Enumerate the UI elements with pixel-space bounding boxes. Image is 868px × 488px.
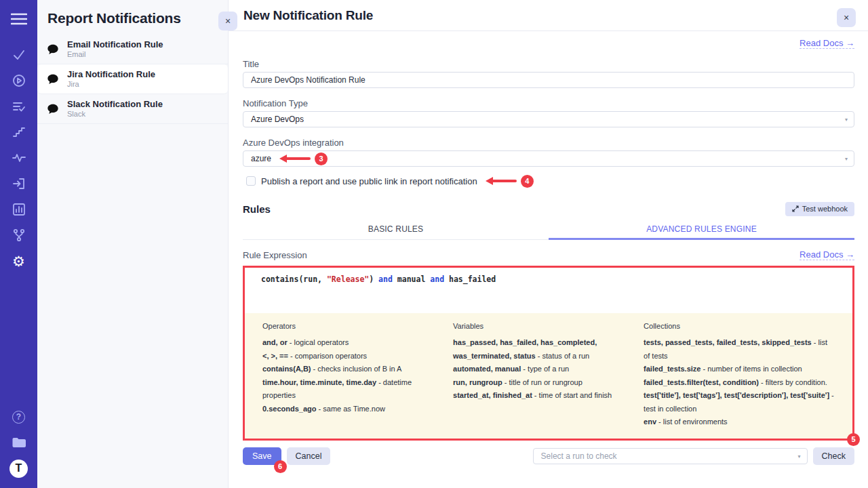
projects-folder-icon[interactable] (0, 430, 37, 455)
annotation-badge-6: 6 (274, 460, 287, 473)
help-row: <, >, == - comparison operators (262, 350, 446, 363)
rule-expression-code: contains(run, "Release") and manual and … (261, 274, 852, 284)
menu-icon[interactable] (0, 4, 37, 34)
chevron-down-icon: ▾ (798, 453, 801, 459)
rule-item-subtitle: Slack (67, 110, 163, 119)
notification-type-label: Notification Type (243, 98, 854, 108)
save-button[interactable]: Save 6 (243, 447, 281, 465)
annotation-badge-3: 3 (315, 152, 328, 165)
form-close-button[interactable]: × (837, 8, 856, 27)
help-row: tests, passed_tests, failed_tests, skipp… (644, 336, 835, 363)
help-column-collections: Collections tests, passed_tests, failed_… (644, 322, 835, 429)
help-row: automated, manual - type of a run (453, 363, 637, 376)
read-docs-link-top[interactable]: Read Docs → (800, 38, 854, 49)
main-area: New Notification Rule × Read Docs → Titl… (229, 0, 868, 488)
annotation-rect-5: contains(run, "Release") and manual and … (243, 266, 854, 441)
help-icon[interactable]: ? (0, 404, 37, 430)
rule-expression-label: Rule Expression (243, 250, 307, 260)
panel-title: Report Notifications (47, 10, 218, 26)
rule-item-subtitle: Jira (67, 80, 155, 89)
expression-help-panel: Operators and, or - logical operators <,… (245, 313, 852, 439)
help-row: and, or - logical operators (262, 336, 446, 350)
cancel-button[interactable]: Cancel (287, 447, 331, 465)
form-content: Read Docs → Title Notification Type Azur… (229, 31, 868, 465)
progress-steps-icon[interactable] (0, 119, 37, 145)
run-select[interactable]: Select a run to check ▾ (533, 448, 808, 464)
activity-pulse-icon[interactable] (0, 145, 37, 171)
notification-type-select[interactable]: Azure DevOps ▾ (243, 111, 854, 127)
app: ⚙ ? T Report Notifications × Email Notif… (0, 0, 868, 488)
main-header: New Notification Rule × (229, 0, 868, 31)
publish-checkbox[interactable] (246, 176, 256, 186)
help-column-operators: Operators and, or - logical operators <,… (262, 322, 446, 429)
rules-heading: Rules (243, 203, 271, 215)
rules-tabs: BASIC RULES ADVANCED RULES ENGINE (243, 220, 854, 240)
annotation-badge-4: 4 (521, 175, 534, 188)
check-button[interactable]: Check (813, 447, 854, 465)
tab-basic-rules[interactable]: BASIC RULES (243, 220, 549, 240)
help-row: env - list of environments (644, 415, 835, 429)
help-row: has_passed, has_failed, has_completed, w… (453, 336, 637, 363)
help-row: started_at, finished_at - time of start … (453, 389, 637, 403)
help-row: failed_tests.filter(test, condition) - f… (644, 376, 835, 390)
git-branch-icon[interactable] (0, 222, 37, 248)
rule-item-title: Email Notification Rule (67, 39, 163, 50)
help-row: contains(A,B) - checks inclusion of B in… (262, 363, 446, 376)
webhook-send-icon (792, 205, 799, 212)
rule-item-title: Jira Notification Rule (67, 69, 155, 80)
annotation-arrow-3: 3 (279, 152, 328, 165)
icon-sidebar: ⚙ ? T (0, 0, 37, 488)
rule-item-subtitle: Email (67, 50, 163, 59)
test-webhook-button[interactable]: Test webhook (785, 202, 854, 216)
rule-expression-editor[interactable]: contains(run, "Release") and manual and … (245, 268, 852, 313)
chat-bubble-icon (47, 43, 59, 56)
rule-item-title: Slack Notification Rule (67, 99, 163, 110)
help-row: run, rungroup - title of run or rungroup (453, 376, 637, 390)
help-row: 0.seconds_ago - same as Time.now (262, 403, 446, 416)
integration-label: Azure DevOps integration (243, 138, 854, 148)
integration-value: azure (251, 154, 271, 163)
settings-gear-icon[interactable]: ⚙ (0, 248, 37, 274)
integration-select[interactable]: azure 3 ▾ (243, 150, 854, 167)
import-runs-icon[interactable] (0, 171, 37, 197)
annotation-arrow-4: 4 (486, 175, 534, 188)
publish-checkbox-label: Publish a report and use public link in … (261, 176, 477, 186)
app-logo[interactable]: T (0, 455, 37, 481)
close-icon: × (844, 12, 849, 23)
chevron-down-icon: ▾ (845, 156, 848, 162)
close-icon: × (225, 16, 231, 26)
chat-bubble-icon (47, 103, 59, 115)
title-label: Title (243, 59, 854, 69)
title-input[interactable] (243, 72, 854, 88)
list-item-jira-rule[interactable]: Jira Notification Rule Jira (37, 64, 228, 94)
report-notifications-panel: Report Notifications × Email Notificatio… (37, 0, 229, 488)
annotation-badge-5: 5 (847, 433, 860, 446)
chevron-down-icon: ▾ (845, 117, 848, 123)
help-row: time.hour, time.minute, time.day - datet… (262, 376, 446, 403)
list-item-email-rule[interactable]: Email Notification Rule Email (37, 35, 228, 64)
list-item-slack-rule[interactable]: Slack Notification Rule Slack (37, 94, 228, 124)
help-row: test['title'], test['tags'], test['descr… (644, 389, 835, 415)
runs-play-icon[interactable] (0, 68, 37, 94)
panel-header: Report Notifications × (37, 0, 228, 35)
run-select-placeholder: Select a run to check (541, 451, 617, 461)
panel-close-button[interactable]: × (218, 12, 237, 30)
checks-nav-icon[interactable] (0, 42, 37, 68)
notification-type-value: Azure DevOps (251, 115, 304, 124)
chat-bubble-icon (47, 73, 59, 85)
read-docs-link-rules[interactable]: Read Docs → (800, 249, 854, 260)
tasks-list-icon[interactable] (0, 94, 37, 119)
analytics-chart-icon[interactable] (0, 197, 37, 222)
tab-advanced-rules-engine[interactable]: ADVANCED RULES ENGINE (549, 220, 854, 240)
help-row: failed_tests.size - number of items in c… (644, 363, 835, 376)
page-title: New Notification Rule (243, 8, 373, 23)
help-column-variables: Variables has_passed, has_failed, has_co… (453, 322, 637, 429)
